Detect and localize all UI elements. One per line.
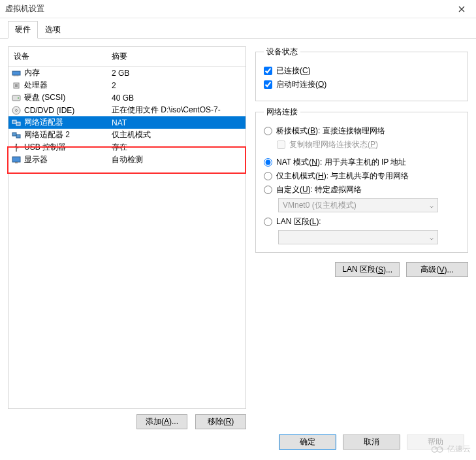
svg-point-17 [432,446,437,452]
nat-label: NAT 模式(N): 用于共享主机的 IP 地址 [276,157,406,168]
network-title: 网络连接 [264,107,300,118]
device-row[interactable]: 显示器自动检测 [8,154,246,166]
right-panel: 设备状态 已连接(C) 启动时连接(O) 网络连接 桥接模式(B): 直接连接物… [255,46,468,429]
connected-checkbox[interactable] [264,67,272,75]
hostonly-row[interactable]: 仅主机模式(H): 与主机共享的专用网络 [264,171,460,182]
bridged-row[interactable]: 桥接模式(B): 直接连接物理网络 [264,125,460,137]
replicate-row: 复制物理网络连接状态(P) [277,139,460,150]
svg-point-14 [16,143,17,144]
device-label: USB 控制器 [24,142,112,153]
lansegment-radio[interactable] [264,218,272,226]
titlebar: 虚拟机设置 [0,0,476,18]
svg-rect-0 [12,71,20,75]
device-row[interactable]: USB 控制器存在 [8,141,246,154]
lan-segment-button[interactable]: LAN 区段(S)... [335,262,400,277]
tab-strip: 硬件 选项 [0,18,476,39]
svg-rect-2 [16,75,16,76]
right-button-row: LAN 区段(S)... 高级(V)... [255,262,468,277]
svg-point-18 [437,446,443,452]
device-list[interactable]: 设备 摘要 内存2 GB处理器2硬盘 (SCSI)40 GBCD/DVD (ID… [8,46,246,409]
svg-rect-5 [15,84,18,87]
disk-icon [11,93,22,103]
cancel-button[interactable]: 取消 [343,435,400,450]
svg-rect-16 [15,162,18,163]
usb-icon [11,142,22,153]
svg-rect-11 [16,122,20,125]
svg-rect-10 [12,120,16,123]
custom-label: 自定义(U): 特定虚拟网络 [276,184,362,195]
add-button[interactable]: 添加(A)... [136,414,187,429]
net-icon [11,118,22,128]
device-label: 显示器 [24,154,112,165]
device-summary: NAT [112,118,243,127]
device-label: 硬盘 (SCSI) [24,92,112,103]
svg-rect-13 [16,135,20,138]
chevron-down-icon: ⌵ [430,202,434,209]
device-summary: 仅主机模式 [112,129,243,140]
custom-dropdown-value: VMnet0 (仅主机模式) [283,200,357,211]
content-area: 设备 摘要 内存2 GB处理器2硬盘 (SCSI)40 GBCD/DVD (ID… [0,39,476,437]
tab-options[interactable]: 选项 [38,21,68,39]
connected-label: 已连接(C) [276,65,311,76]
device-row[interactable]: 硬盘 (SCSI)40 GB [8,91,246,104]
nat-radio[interactable] [264,158,272,167]
left-button-row: 添加(A)... 移除(R) [8,409,246,429]
device-summary: 40 GB [112,93,243,103]
replicate-label: 复制物理网络连接状态(P) [289,139,378,150]
remove-button[interactable]: 移除(R) [195,414,246,429]
device-summary: 2 GB [112,69,243,78]
device-label: 网络适配器 [24,117,112,128]
device-summary: 2 [112,81,243,90]
svg-point-9 [16,109,18,111]
lansegment-row[interactable]: LAN 区段(L): [264,216,460,227]
chevron-down-icon: ⌵ [430,234,434,241]
device-row[interactable]: 内存2 GB [8,67,246,79]
device-label: 处理器 [24,80,112,91]
tab-hardware[interactable]: 硬件 [8,21,38,39]
connected-row[interactable]: 已连接(C) [264,65,460,76]
header-summary: 摘要 [112,51,239,62]
custom-dropdown: VMnet0 (仅主机模式) ⌵ [278,198,438,212]
device-summary: 自动检测 [112,154,243,165]
connect-poweron-row[interactable]: 启动时连接(O) [264,79,460,90]
watermark: 亿速云 [431,444,471,455]
device-summary: 正在使用文件 D:\iso\CentOS-7- [112,105,243,116]
ok-button[interactable]: 确定 [279,435,336,450]
device-label: 内存 [24,67,112,78]
custom-radio[interactable] [264,186,272,194]
connect-poweron-label: 启动时连接(O) [276,79,326,90]
device-status-group: 设备状态 已连接(C) 启动时连接(O) [255,46,468,101]
device-summary: 存在 [112,142,243,153]
hostonly-radio[interactable] [264,172,272,180]
device-row[interactable]: CD/DVD (IDE)正在使用文件 D:\iso\CentOS-7- [8,104,246,116]
display-icon [11,155,22,165]
bridged-radio[interactable] [264,127,272,135]
memory-icon [11,68,22,78]
close-icon [458,6,465,12]
lansegment-label: LAN 区段(L): [276,216,321,227]
device-label: 网络适配器 2 [24,129,112,140]
svg-rect-3 [18,75,18,76]
watermark-text: 亿速云 [447,444,471,455]
window-title: 虚拟机设置 [5,3,44,14]
device-row[interactable]: 网络适配器NAT [8,116,246,129]
cpu-icon [11,80,22,91]
connect-poweron-checkbox[interactable] [264,80,272,89]
lansegment-dropdown: ⌵ [278,230,438,244]
bridged-label: 桥接模式(B): 直接连接物理网络 [276,125,385,137]
svg-rect-6 [12,95,20,101]
svg-point-7 [18,97,19,99]
watermark-icon [431,445,445,454]
svg-rect-12 [12,133,16,136]
device-row[interactable]: 网络适配器 2仅主机模式 [8,129,246,141]
nat-row[interactable]: NAT 模式(N): 用于共享主机的 IP 地址 [264,157,460,168]
net-icon [11,130,22,140]
device-row[interactable]: 处理器2 [8,79,246,91]
advanced-button[interactable]: 高级(V)... [406,262,468,277]
svg-rect-1 [14,75,14,76]
replicate-checkbox [277,140,285,149]
device-status-title: 设备状态 [264,46,300,58]
close-button[interactable] [447,0,476,18]
custom-row[interactable]: 自定义(U): 特定虚拟网络 [264,184,460,195]
left-panel: 设备 摘要 内存2 GB处理器2硬盘 (SCSI)40 GBCD/DVD (ID… [8,46,246,429]
